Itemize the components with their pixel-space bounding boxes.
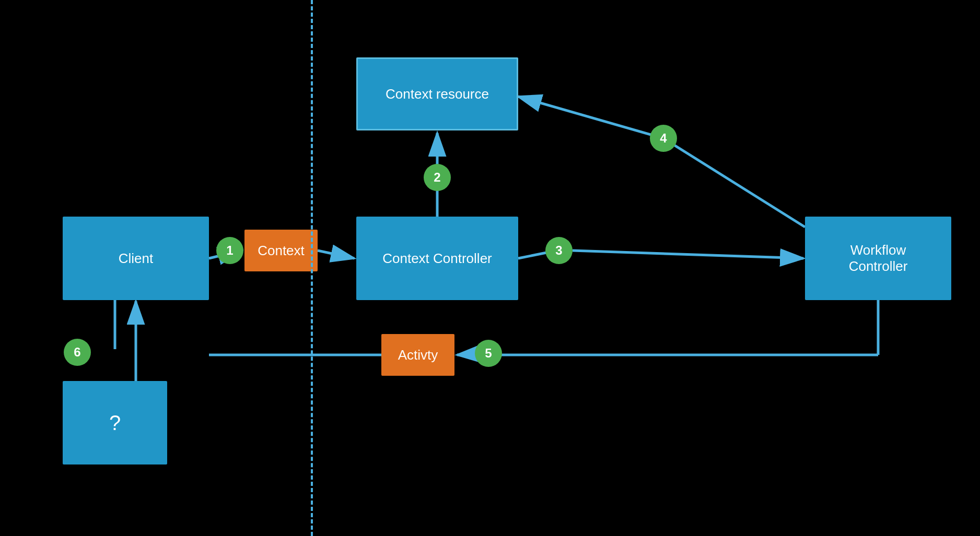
svg-line-5	[318, 251, 354, 258]
circle-2: 2	[424, 164, 451, 191]
context-controller-box: Context Controller	[356, 217, 518, 300]
activity-label: Activty	[398, 347, 438, 363]
workflow-controller-box: Workflow Controller	[805, 217, 951, 300]
svg-line-8	[573, 251, 803, 258]
client-label: Client	[119, 251, 153, 267]
circle-6: 6	[64, 339, 91, 366]
question-box: ?	[63, 381, 167, 464]
context-label: Context	[258, 243, 305, 259]
circle-5: 5	[475, 340, 502, 367]
svg-line-9	[663, 138, 805, 227]
context-resource-label: Context resource	[386, 86, 489, 102]
context-box: Context	[244, 230, 318, 271]
context-controller-label: Context Controller	[382, 251, 492, 267]
workflow-controller-label: Workflow Controller	[849, 242, 908, 275]
circle-1: 1	[216, 237, 243, 264]
svg-line-10	[518, 97, 663, 138]
activity-box: Activty	[381, 334, 454, 376]
context-resource-box: Context resource	[356, 57, 518, 130]
circle-4: 4	[650, 125, 677, 152]
question-label: ?	[109, 411, 121, 435]
circle-3: 3	[545, 237, 573, 264]
dashed-vertical-line	[311, 0, 313, 536]
client-box: Client	[63, 217, 209, 300]
diagram-container: Client Context Context resource Context …	[0, 0, 980, 536]
